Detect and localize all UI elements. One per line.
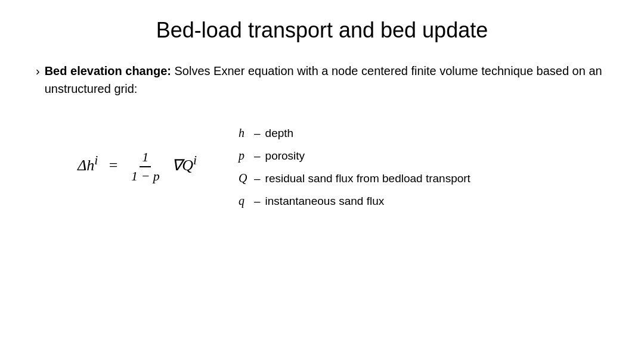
fraction-numerator: 1 (140, 149, 151, 167)
slide-title: Bed-load transport and bed update (36, 18, 608, 43)
def-Q: Q – residual sand flux from bedload tran… (239, 167, 470, 189)
bullet-arrow-icon: › (36, 62, 40, 80)
definitions: h – depth p – porosity Q – residual sand… (239, 121, 470, 212)
bullet-prefix: Bed elevation change: (45, 64, 171, 77)
equation: Δhi = 1 1 − p ∇Qi (78, 149, 197, 184)
equation-container: Δhi = 1 1 − p ∇Qi (60, 149, 239, 184)
fraction-denominator: 1 − p (129, 167, 162, 184)
def-var-p: p (239, 144, 250, 167)
bullet-text: Bed elevation change: Solves Exner equat… (45, 62, 608, 98)
def-h: h – depth (239, 121, 470, 144)
def-p: p – porosity (239, 144, 470, 167)
def-text-Q: residual sand flux from bedload transpor… (265, 168, 470, 189)
bullet-point: › Bed elevation change: Solves Exner equ… (36, 62, 608, 98)
def-dash-h: – (254, 123, 261, 144)
def-var-Q: Q (239, 167, 250, 189)
content-area: › Bed elevation change: Solves Exner equ… (36, 62, 608, 212)
def-text-q: instantaneous sand flux (265, 191, 385, 212)
nabla-q: ∇Qi (172, 157, 197, 174)
slide: Bed-load transport and bed update › Bed … (0, 0, 644, 343)
def-dash-q: – (254, 191, 261, 212)
equation-area: Δhi = 1 1 − p ∇Qi h – depth p (36, 121, 608, 212)
def-text-h: depth (265, 123, 294, 144)
def-q: q – instantaneous sand flux (239, 189, 470, 212)
fraction: 1 1 − p (129, 149, 162, 184)
eq-equals: = (109, 157, 118, 174)
def-var-q: q (239, 189, 250, 212)
def-var-h: h (239, 121, 250, 144)
eq-lhs: Δhi (78, 157, 102, 174)
def-dash-Q: – (254, 168, 261, 189)
def-dash-p: – (254, 145, 261, 167)
def-text-p: porosity (265, 145, 305, 167)
